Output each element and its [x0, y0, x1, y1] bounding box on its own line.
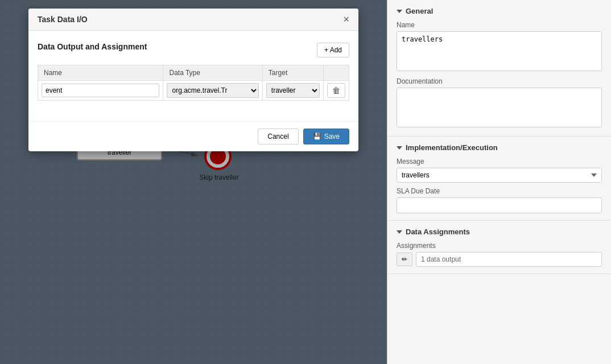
- modal-close-button[interactable]: ×: [343, 14, 349, 24]
- message-select[interactable]: travellers: [397, 168, 602, 183]
- cancel-button[interactable]: Cancel: [258, 129, 298, 144]
- name-input[interactable]: [42, 84, 159, 97]
- general-chevron-icon: [397, 10, 402, 13]
- name-textarea[interactable]: travellers: [397, 31, 602, 71]
- modal-header: Task Data I/O ×: [28, 9, 358, 31]
- assignments-display: 1 data output: [416, 252, 602, 267]
- datatype-select[interactable]: org.acme.travel.Tr: [167, 83, 258, 98]
- target-cell: traveller: [262, 81, 323, 101]
- edit-assignments-button[interactable]: ✏: [397, 253, 412, 266]
- implementation-section-header[interactable]: Implementation/Execution: [397, 143, 602, 152]
- edit-icon: ✏: [402, 255, 407, 263]
- general-section-label: General: [406, 7, 433, 15]
- general-section-header[interactable]: General: [397, 7, 602, 15]
- delete-row-button[interactable]: 🗑: [327, 83, 345, 98]
- sla-input[interactable]: [397, 197, 602, 213]
- col-header-target: Target: [262, 65, 323, 81]
- modal-overlay: Task Data I/O × Data Output and Assignme…: [0, 0, 387, 364]
- add-row-button[interactable]: + Add: [317, 43, 349, 57]
- name-field-label: Name: [397, 21, 602, 29]
- implementation-section: Implementation/Execution Message travell…: [387, 136, 611, 221]
- name-cell: [38, 81, 163, 101]
- data-assignments-chevron-icon: [397, 230, 402, 234]
- documentation-field-label: Documentation: [397, 77, 602, 85]
- assignments-field-label: Assignments: [397, 242, 602, 250]
- col-header-datatype: Data Type: [163, 65, 262, 81]
- modal-body: Data Output and Assignment + Add Name Da…: [28, 31, 358, 121]
- modal-section-title: Data Output and Assignment: [38, 42, 147, 51]
- modal-dialog: Task Data I/O × Data Output and Assignme…: [28, 9, 358, 151]
- sla-field-label: SLA Due Date: [397, 187, 602, 195]
- data-assignments-header[interactable]: Data Assignments: [397, 228, 602, 236]
- assignments-row: ✏ 1 data output: [397, 252, 602, 267]
- right-panel: General Name travellers Documentation Im…: [387, 0, 611, 364]
- data-assignments-label: Data Assignments: [406, 228, 470, 236]
- col-header-actions: [324, 65, 349, 81]
- table-row: org.acme.travel.Tr traveller 🗑: [38, 81, 349, 101]
- general-section: General Name travellers Documentation: [387, 0, 611, 136]
- message-field-label: Message: [397, 158, 602, 166]
- action-cell: 🗑: [324, 81, 349, 101]
- documentation-textarea[interactable]: [397, 88, 602, 127]
- implementation-section-label: Implementation/Execution: [406, 143, 498, 152]
- modal-footer: Cancel 💾 Save: [28, 121, 358, 151]
- modal-title: Task Data I/O: [38, 15, 88, 24]
- data-output-table: Name Data Type Target org.acme.travel.: [38, 65, 349, 101]
- save-icon: 💾: [313, 133, 321, 140]
- col-header-name: Name: [38, 65, 163, 81]
- save-label: Save: [324, 133, 340, 140]
- datatype-cell: org.acme.travel.Tr: [163, 81, 262, 101]
- target-select[interactable]: traveller: [266, 83, 320, 98]
- save-button[interactable]: 💾 Save: [303, 129, 349, 144]
- implementation-chevron-icon: [397, 146, 402, 150]
- data-assignments-section: Data Assignments Assignments ✏ 1 data ou…: [387, 221, 611, 274]
